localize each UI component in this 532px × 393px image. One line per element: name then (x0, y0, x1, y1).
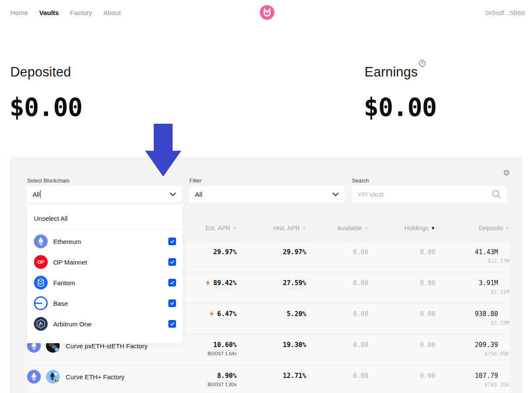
yearn-logo-icon[interactable] (260, 5, 274, 20)
svg-text:OP: OP (37, 259, 45, 265)
holdings-value: 0.00 (368, 248, 435, 256)
sort-arrow-icon: ▼ (233, 226, 237, 231)
checkbox-checked[interactable] (168, 258, 176, 266)
deposited-label: Deposited (10, 64, 71, 80)
chain-label: Base (53, 300, 68, 307)
search-label: Search (352, 178, 507, 184)
text-caret (40, 190, 41, 198)
hist-apr-value: 27.59% (283, 279, 306, 288)
fantom-icon (34, 276, 48, 289)
vault-name: Curve pxETH-stETH Factory (66, 342, 148, 350)
deposits-value: 209.39 (435, 341, 498, 349)
blockchain-select-value: All (33, 191, 40, 198)
nav-item-factory[interactable]: Factory (70, 9, 92, 17)
sort-arrow-icon: ▼ (505, 226, 509, 231)
chain-item-arbitrum-one[interactable]: Arbitrum One (27, 314, 182, 334)
chain-label: Arbitrum One (53, 320, 91, 328)
ethplus-token-icon (46, 370, 60, 384)
annotation-arrow-down-icon (144, 123, 182, 178)
vault-row[interactable]: Curve ETH+ Factory 8.90%BOOST 1.80x 12.7… (27, 366, 509, 393)
holdings-value: 0.00 (368, 279, 435, 287)
deposited-value: $0.00 (9, 93, 82, 122)
column-available[interactable]: Available▼ (306, 225, 368, 232)
unselect-all-button[interactable]: Unselect All (27, 205, 182, 222)
deposits-value: 938.80 (435, 310, 498, 318)
deposits-usd-value: $750.09K (435, 351, 509, 357)
ethereum-chain-icon (27, 370, 41, 384)
type-filter: Filter All (189, 178, 344, 202)
deposits-value: 3.91M (435, 279, 498, 287)
boost-label: BOOST 1.80x (168, 382, 237, 387)
type-filter-label: Filter (189, 178, 344, 184)
boost-label: BOOST 1.64x (168, 351, 237, 356)
checkbox-checked[interactable] (168, 238, 176, 245)
hist-apr-value: 5.20% (287, 310, 306, 319)
nav-item-about[interactable]: About (103, 9, 121, 17)
available-value: 0.00 (306, 310, 368, 318)
vault-name-cell: Curve ETH+ Factory (27, 370, 168, 384)
deposits-usd-value: $1.21M (435, 289, 509, 295)
chain-item-base[interactable]: Base (27, 293, 182, 314)
chevron-down-icon (170, 192, 176, 196)
checkbox-checked[interactable] (168, 299, 176, 307)
est-apr-value: 89.42% (213, 279, 237, 288)
chevron-down-icon (332, 192, 339, 196)
type-filter-value: All (195, 191, 202, 198)
nav-item-home[interactable]: Home (10, 9, 28, 17)
search-icon (492, 189, 501, 199)
column-deposits[interactable]: Deposits▼ (435, 225, 509, 232)
deposits-usd-value: $12.17M (435, 258, 509, 264)
settings-gear-icon[interactable]: ⚙ (503, 169, 510, 177)
sort-arrow-icon: ▼ (365, 226, 368, 231)
blockchain-filter-label: Select Blockchain (27, 178, 182, 184)
deposits-usd-value: $3.33M (435, 320, 509, 326)
hist-apr-value: 29.97% (237, 248, 306, 256)
nav-links: Home Vaults Factory About (10, 9, 121, 17)
ethereum-icon (34, 235, 48, 248)
arbitrum-icon (34, 317, 48, 331)
available-value: 0.00 (306, 248, 368, 256)
chain-item-ethereum[interactable]: Ethereum (27, 231, 182, 252)
top-nav: Home Vaults Factory About 0x5sdf...5B68 (0, 0, 532, 25)
base-icon (34, 296, 48, 310)
holdings-value: 0.00 (368, 372, 435, 380)
earnings-label: Earnings? (365, 64, 426, 80)
filter-bar: Select Blockchain All Filter All Search … (27, 178, 507, 202)
lightning-boost-icon (206, 280, 210, 286)
available-value: 0.00 (306, 279, 368, 287)
est-apr-value: 8.90% (217, 372, 237, 381)
available-value: 0.00 (306, 341, 368, 349)
blockchain-select[interactable]: All (27, 186, 182, 202)
column-holdings[interactable]: Holdings▼ (368, 225, 435, 232)
earnings-value: $0.00 (364, 93, 437, 122)
wallet-address-button[interactable]: 0x5sdf...5B68 (485, 9, 525, 16)
lightning-boost-icon (210, 311, 214, 317)
type-filter-select[interactable]: All (189, 186, 344, 202)
vault-name: Curve ETH+ Factory (66, 373, 125, 381)
hist-apr-value: 19.30% (237, 341, 306, 349)
nav-item-vaults[interactable]: Vaults (39, 9, 59, 17)
blockchain-filter: Select Blockchain All (27, 178, 182, 202)
est-apr-value: 6.47% (217, 310, 237, 319)
help-icon[interactable]: ? (419, 60, 426, 67)
search-input[interactable]: YFI Vault (352, 186, 507, 202)
chain-label: Ethereum (53, 238, 81, 245)
search-placeholder: YFI Vault (358, 191, 384, 198)
holdings-value: 0.00 (368, 341, 435, 349)
chain-item-fantom[interactable]: Fantom (27, 272, 182, 293)
checkbox-checked[interactable] (168, 279, 176, 286)
est-apr-value: 10.60% (213, 341, 237, 350)
sort-arrow-active-icon: ▼ (431, 225, 435, 231)
search-filter: Search YFI Vault (352, 178, 507, 202)
deposits-value: 107.79 (435, 372, 498, 380)
dropdown-divider (31, 229, 182, 229)
blockchain-dropdown: Unselect All Ethereum OP OP Mainnet Fant… (27, 205, 182, 343)
column-hist-apr[interactable]: Hist. APR▼ (237, 225, 306, 232)
deposits-usd-value: $769.35K (435, 382, 509, 388)
chain-label: OP Mainnet (53, 259, 87, 266)
deposits-value: 41.43M (435, 248, 498, 256)
checkbox-checked[interactable] (168, 320, 176, 328)
sort-arrow-icon: ▼ (302, 226, 306, 231)
hist-apr-value: 12.71% (237, 372, 306, 380)
chain-item-op-mainnet[interactable]: OP OP Mainnet (27, 252, 182, 272)
